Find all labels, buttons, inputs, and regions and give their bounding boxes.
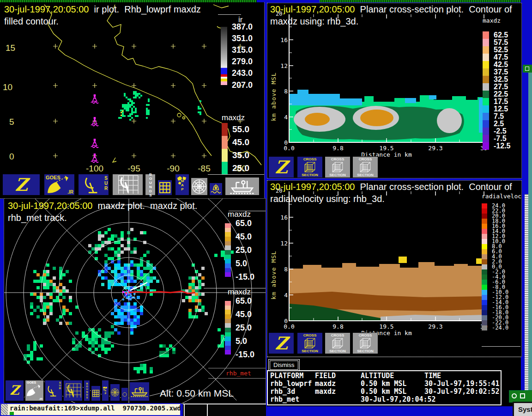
colorbar-label: 7.5 — [494, 113, 504, 120]
zebra-logo-button[interactable]: Z — [268, 332, 294, 354]
window-button-icon[interactable] — [525, 67, 529, 71]
x-tick-label: 29.3 — [425, 323, 446, 330]
toolbar-button-radar-dish[interactable]: SUR — [45, 380, 62, 401]
lat-label: 0 — [9, 152, 14, 162]
cross-section-button-3[interactable]: CROSSSECTION — [352, 332, 378, 354]
colorbar-label: 45.0 — [236, 232, 252, 241]
lon-label: -95 — [119, 164, 149, 174]
colorbar-label: -2.5 — [494, 128, 507, 135]
colorbar-label: 25.0 — [236, 324, 252, 332]
toolbar-button-map-tool[interactable]: MAP — [102, 380, 109, 401]
toolbar-button-buoy-platform[interactable] — [209, 183, 223, 196]
column-header: TIME — [424, 372, 441, 380]
cross-section-button-1-active[interactable]: CROSSSECTION — [297, 332, 323, 354]
toolbar-top: ZGOES.IRSURBOUNDSMAP — [0, 174, 264, 196]
table-cell: maxdz — [315, 388, 361, 396]
y-tick-label: 16 — [273, 214, 288, 221]
panel-title: 30-jul-1997,20:05:00 maxdz plot. maxdz p… — [8, 201, 197, 211]
panel-title: 30-jul-1997,20:05:00 Planar cross-sectio… — [270, 182, 512, 192]
colorbar-maxdz-1: maxdz65.045.025.05.0-15.0 — [225, 210, 251, 277]
colorbar-label: 52.5 — [494, 46, 508, 54]
colorbar-maxdz-2: maxdz65.045.025.05.0-15.0 — [225, 288, 251, 355]
colorbar-label: 315.0 — [232, 46, 253, 54]
cb-bl-2-bar — [225, 301, 231, 355]
table-cell: rhb_met — [270, 396, 315, 404]
toolbar-button-grid-tool[interactable] — [157, 180, 172, 196]
toolbar-button-zebra-logo[interactable]: Z — [5, 380, 24, 401]
toolbar-button-range-rings[interactable] — [191, 177, 208, 196]
grid-tool-icon — [158, 180, 172, 195]
zebra-logo-button[interactable]: Z — [268, 156, 294, 178]
platform-symbols — [91, 95, 98, 163]
toolbar-button-goes-satellite[interactable]: GOES.IR — [44, 174, 75, 196]
timestamp: 30-jul-1997,20:05:00 — [270, 4, 355, 14]
table-cell: 0.50 km MSL — [361, 380, 424, 388]
colorbar-label: 32.5 — [494, 76, 508, 83]
system-window-titlebar[interactable] — [509, 390, 532, 403]
cross-section-button-1-active[interactable]: CROSSSECTION — [297, 156, 323, 178]
timestamp: 30-jul-1997,20:05:00 — [270, 182, 355, 192]
cross-section-button-3[interactable]: CROSSSECTION — [352, 156, 378, 178]
circle-tool-icon — [121, 388, 128, 401]
table-cell: rhb_lowprf — [270, 380, 315, 388]
y-axis-label: km above MSL — [270, 226, 277, 300]
table-cell: rhb_3d — [270, 388, 315, 396]
system-window-label: Syst — [518, 405, 532, 413]
cb-ir-bar — [221, 27, 227, 85]
toolbar-button-radar-dish[interactable]: SUR — [78, 174, 109, 196]
background-window-scrollbar[interactable] — [525, 194, 528, 401]
toolbar-button-bounds-tool[interactable]: BOUNDS — [84, 380, 90, 401]
radar-grid-overlay-icon — [64, 380, 82, 401]
command-line: rain:beaufait:169>xdump.all 970730.2005.… — [10, 404, 181, 412]
field-status-window: Dismiss PLATFORMFIELDALTITUDETIMErhb_low… — [267, 357, 521, 406]
dismiss-button[interactable]: Dismiss — [270, 361, 298, 370]
colorbar-label: 45.0 — [232, 138, 249, 147]
section-label: SECTION — [297, 349, 322, 353]
section-label: SECTION — [353, 173, 378, 177]
toolbar-button-range-rings[interactable] — [110, 384, 120, 401]
y-tick-label: 8 — [273, 88, 288, 95]
section-label: SECTION — [297, 173, 322, 177]
zebra-logo-icon: Z — [6, 380, 24, 401]
cube-icon — [358, 160, 372, 174]
colorbar-label: 57.5 — [494, 39, 508, 46]
toolbar-button-map-tool[interactable]: MAP — [175, 174, 189, 196]
panel-title: 30-jul-1997,20:05:00 ir plot. Rhb_lowprf… — [4, 4, 201, 15]
cross-section-button-2[interactable]: CROSSSECTION — [325, 156, 351, 178]
colorbar-label: 207.0 — [232, 81, 253, 89]
toolbar-button-radar-grid-overlay[interactable] — [112, 174, 143, 196]
table-row: rhb_lowprfmaxdz0.50 km MSL30-Jul-97,19:5… — [270, 380, 501, 388]
toolbar-button-goes-satellite[interactable]: GOES.IR — [25, 380, 44, 401]
colorbar-xsect-radialvelocity: radialvelocity24.022.020.018.016.014.012… — [482, 192, 522, 330]
cross-section-buttons: ZCROSSSECTIONCROSSSECTIONCROSSSECTION — [267, 156, 406, 178]
window-maximize-icon[interactable] — [520, 393, 525, 398]
terminal-scrollbar[interactable] — [1, 404, 8, 415]
window-menu-icon[interactable] — [512, 393, 517, 398]
zebra-logo-icon: Z — [269, 333, 294, 354]
background-window-titlebar[interactable] — [523, 65, 532, 73]
window-fragment — [183, 404, 266, 416]
toolbar-button-circle-tool[interactable] — [121, 387, 128, 401]
terminal-window[interactable]: rain:beaufait:169>xdump.all 970730.2005.… — [0, 403, 181, 416]
toolbar-button-grid-tool[interactable] — [91, 385, 101, 401]
colorbar-label: 387.0 — [232, 23, 253, 31]
colorbar-label: 25.0 — [236, 246, 252, 254]
range-rings-icon — [191, 178, 207, 195]
toolbar-label: MAP — [104, 386, 107, 395]
cb-bl-1-bar — [225, 223, 231, 277]
toolbar-button-ship-platform[interactable] — [225, 177, 260, 196]
toolbar-button-zebra-logo[interactable]: Z — [2, 174, 40, 196]
toolbar-button-radar-grid-overlay[interactable] — [63, 380, 83, 401]
table-row: rhb_3dmaxdz0.50 km MSL30-Jul-97,20:02:52 — [270, 388, 501, 396]
x-tick-label: 19.5 — [376, 145, 397, 152]
y-tick-label: 4 — [273, 292, 288, 299]
colorbar-label: 47.5 — [494, 54, 508, 61]
cb-tl-maxdz-bar — [222, 123, 228, 175]
toolbar-button-bounds-tool[interactable]: BOUNDS — [145, 174, 156, 196]
cross-section-button-2[interactable]: CROSSSECTION — [325, 332, 351, 354]
toolbar-label: .IR — [39, 398, 42, 400]
section-label: SECTION — [325, 349, 350, 353]
cube-icon — [303, 336, 317, 350]
toolbar-button-ship-platform[interactable] — [129, 382, 150, 401]
ship-platform-icon — [130, 382, 149, 401]
